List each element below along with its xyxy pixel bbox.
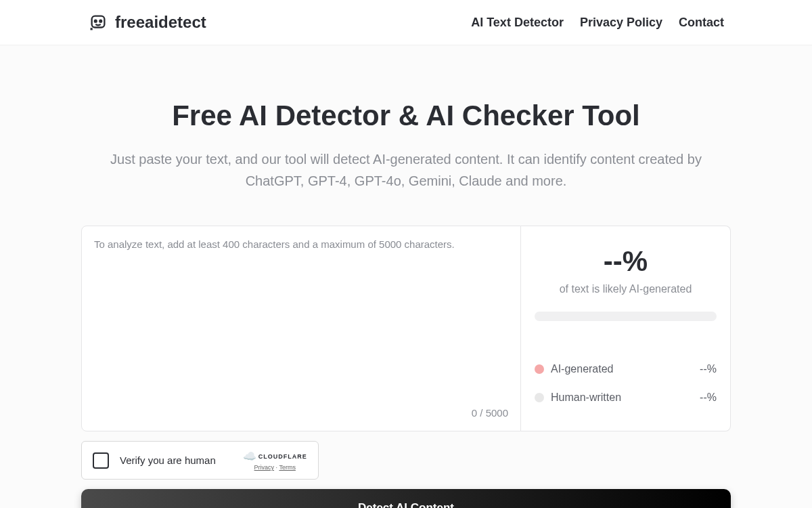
cloudflare-text: CLOUDFLARE [258,453,307,460]
nav: AI Text Detector Privacy Policy Contact [471,16,724,30]
captcha-privacy-link[interactable]: Privacy [254,464,275,471]
cloudflare-icon: ☁️ [243,450,256,463]
captcha-terms-link[interactable]: Terms [279,464,296,471]
captcha-links: Privacy · Terms [254,464,296,471]
svg-point-2 [99,20,102,22]
result-label: of text is likely AI-generated [535,283,717,295]
page-subtitle: Just paste your text, and our tool will … [95,148,717,192]
results-panel: --% of text is likely AI-generated AI-ge… [521,226,731,431]
human-label: Human-written [551,391,621,404]
result-percent: --% [535,245,717,278]
char-counter: 0 / 5000 [94,407,508,419]
page-title: Free AI Detector & AI Checker Tool [81,100,731,132]
legend-ai-row: AI-generated --% [535,355,717,383]
ai-label: AI-generated [551,363,614,375]
nav-ai-detector[interactable]: AI Text Detector [471,16,564,30]
brand-text: freeaidetect [115,13,206,32]
nav-privacy[interactable]: Privacy Policy [580,16,662,30]
svg-point-1 [95,20,97,22]
legend-human-row: Human-written --% [535,383,717,412]
logo[interactable]: freeaidetect [88,12,206,33]
captcha-text: Verify you are human [120,454,216,466]
progress-bar [535,312,717,321]
detect-button[interactable]: Detect AI Content [81,489,731,508]
captcha-widget: Verify you are human ☁️ CLOUDFLARE Priva… [81,441,319,480]
logo-icon [88,12,108,33]
ai-dot-icon [535,364,544,374]
main: Free AI Detector & AI Checker Tool Just … [0,45,812,508]
header: freeaidetect AI Text Detector Privacy Po… [0,0,812,45]
content-row: 0 / 5000 --% of text is likely AI-genera… [81,226,731,431]
human-dot-icon [535,393,544,402]
nav-contact[interactable]: Contact [679,16,724,30]
human-value: --% [700,391,717,404]
captcha-brand: ☁️ CLOUDFLARE Privacy · Terms [243,450,307,471]
ai-value: --% [700,363,717,375]
text-input[interactable] [94,238,508,402]
textarea-panel: 0 / 5000 [81,226,521,431]
captcha-checkbox[interactable] [93,452,109,469]
